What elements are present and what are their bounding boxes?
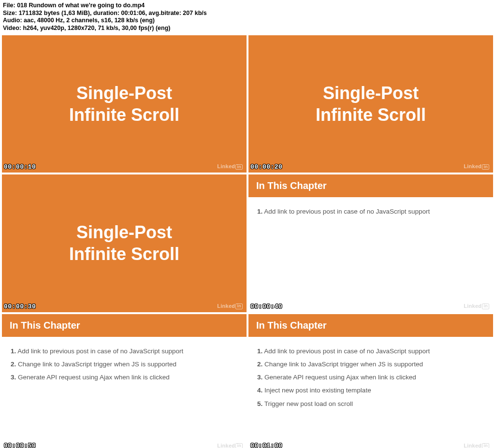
timestamp-overlay: 00:00:30 <box>4 303 36 310</box>
chapter-step-text: Inject new post into existing template <box>262 387 371 394</box>
chapter-step-text: Add link to previous post in case of no … <box>262 208 430 215</box>
chapter-slide: In This Chapter1. Add link to previous p… <box>248 174 493 312</box>
chapter-step-number: 3. <box>257 374 262 381</box>
linkedin-watermark-icon: Linkedin <box>217 303 243 309</box>
meta-file-line: File: 018 Rundown of what we're going to… <box>3 2 492 10</box>
meta-audio-line: Audio: aac, 48000 Hz, 2 channels, s16, 1… <box>3 17 492 25</box>
timestamp-overlay: 00:01:00 <box>250 442 282 448</box>
watermark-box: in <box>235 164 243 170</box>
chapter-step-text: Generate API request using Ajax when lin… <box>262 374 416 381</box>
chapter-step: 3. Generate API request using Ajax when … <box>257 373 484 382</box>
timestamp-overlay: 00:00:10 <box>4 163 36 171</box>
chapter-step-text: Generate API request using Ajax when lin… <box>16 374 169 381</box>
slide-title-line1: Single-Post <box>76 83 172 103</box>
linkedin-watermark-icon: Linkedin <box>464 443 489 448</box>
timestamp-overlay: 00:00:20 <box>250 163 282 171</box>
watermark-box: in <box>482 303 489 309</box>
chapter-step: 2. Change link to JavaScript trigger whe… <box>11 360 238 369</box>
thumbnail[interactable]: In This Chapter1. Add link to previous p… <box>2 314 247 448</box>
title-slide: Single-PostInfinite Scroll <box>2 35 247 173</box>
linkedin-watermark-icon: Linkedin <box>217 443 243 448</box>
thumbnails-grid: Single-PostInfinite Scroll00:00:10Linked… <box>0 35 495 448</box>
watermark-text: Linked <box>464 163 481 169</box>
chapter-slide: In This Chapter1. Add link to previous p… <box>248 314 493 448</box>
chapter-step-list: 1. Add link to previous post in case of … <box>248 337 493 419</box>
slide-title: Single-PostInfinite Scroll <box>316 82 426 126</box>
chapter-step-text: Change link to JavaScript trigger when J… <box>262 361 423 368</box>
watermark-text: Linked <box>217 303 235 309</box>
watermark-box: in <box>482 164 489 170</box>
chapter-step: 5. Trigger new post load on scroll <box>257 400 484 408</box>
chapter-step-number: 2. <box>257 361 262 368</box>
chapter-step: 4. Inject new post into existing templat… <box>257 386 484 395</box>
slide-title-line2: Infinite Scroll <box>69 105 179 125</box>
watermark-text: Linked <box>217 163 235 169</box>
slide-title: Single-PostInfinite Scroll <box>69 221 179 265</box>
chapter-step-text: Change link to JavaScript trigger when J… <box>16 361 176 368</box>
meta-size-line: Size: 1711832 bytes (1,63 MiB), duration… <box>3 10 492 17</box>
chapter-step: 1. Add link to previous post in case of … <box>11 347 238 356</box>
chapter-step-number: 2. <box>11 361 16 368</box>
slide-title-line1: Single-Post <box>323 83 419 103</box>
chapter-step-number: 1. <box>11 347 16 355</box>
chapter-step-number: 3. <box>11 374 16 381</box>
chapter-step-list: 1. Add link to previous post in case of … <box>248 197 493 226</box>
thumbnail[interactable]: Single-PostInfinite Scroll00:00:10Linked… <box>2 35 247 173</box>
chapter-step-number: 1. <box>257 347 262 355</box>
meta-video-line: Video: h264, yuv420p, 1280x720, 71 kb/s,… <box>3 25 492 32</box>
linkedin-watermark-icon: Linkedin <box>464 163 489 170</box>
slide-title-line1: Single-Post <box>76 222 172 242</box>
chapter-step-text: Add link to previous post in case of no … <box>16 347 183 355</box>
watermark-text: Linked <box>464 303 481 309</box>
timestamp-overlay: 00:00:50 <box>4 442 36 448</box>
chapter-step: 3. Generate API request using Ajax when … <box>11 373 238 382</box>
title-slide: Single-PostInfinite Scroll <box>248 35 493 173</box>
chapter-slide: In This Chapter1. Add link to previous p… <box>2 314 247 448</box>
thumbnail[interactable]: In This Chapter1. Add link to previous p… <box>248 314 493 448</box>
watermark-box: in <box>235 443 243 448</box>
title-slide: Single-PostInfinite Scroll <box>2 174 247 312</box>
timestamp-overlay: 00:00:40 <box>250 303 282 310</box>
thumbnail[interactable]: In This Chapter1. Add link to previous p… <box>248 174 493 312</box>
thumbnail[interactable]: Single-PostInfinite Scroll00:00:30Linked… <box>2 174 247 312</box>
chapter-step-text: Trigger new post load on scroll <box>262 400 353 407</box>
chapter-step-number: 4. <box>257 387 262 394</box>
file-metadata: File: 018 Rundown of what we're going to… <box>0 0 495 35</box>
chapter-step: 1. Add link to previous post in case of … <box>257 207 484 216</box>
linkedin-watermark-icon: Linkedin <box>217 163 243 170</box>
chapter-step-text: Add link to previous post in case of no … <box>262 347 430 355</box>
chapter-step: 2. Change link to JavaScript trigger whe… <box>257 360 484 369</box>
chapter-header: In This Chapter <box>248 174 493 197</box>
watermark-text: Linked <box>217 443 235 448</box>
watermark-box: in <box>482 443 489 448</box>
thumbnail[interactable]: Single-PostInfinite Scroll00:00:20Linked… <box>248 35 493 173</box>
chapter-step-number: 1. <box>257 208 262 215</box>
chapter-step-list: 1. Add link to previous post in case of … <box>2 337 247 392</box>
chapter-step: 1. Add link to previous post in case of … <box>257 347 484 356</box>
slide-title-line2: Infinite Scroll <box>316 105 426 125</box>
slide-title: Single-PostInfinite Scroll <box>69 82 179 126</box>
slide-title-line2: Infinite Scroll <box>69 244 179 264</box>
watermark-box: in <box>235 303 243 309</box>
chapter-header: In This Chapter <box>2 314 247 337</box>
watermark-text: Linked <box>464 443 481 448</box>
chapter-header: In This Chapter <box>248 314 493 337</box>
chapter-step-number: 5. <box>257 400 262 407</box>
linkedin-watermark-icon: Linkedin <box>464 303 489 309</box>
